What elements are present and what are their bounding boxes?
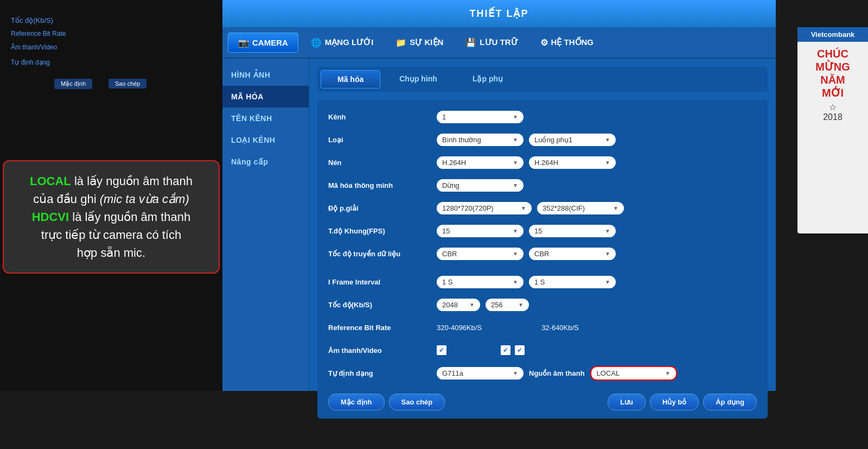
dropdown-loai-col2[interactable]: Luồng phụ1 ▼ [529,134,616,146]
dropdown-toc-do-khung-col2[interactable]: 15 ▼ [529,225,616,237]
dropdown-i-frame-col2[interactable]: 1 S ▼ [529,276,616,288]
row-toc-do-truyen: Tốc độ truyền dữ liệu CBR ▼ CBR ▼ [328,245,757,262]
controls-toc-do-truyen: CBR ▼ CBR ▼ [437,248,757,260]
bg-text-4: Tự định dạng [11,59,50,66]
controls-am-thanh-video: ✔ ✔ ✔ [437,345,757,355]
dropdown-toc-do-khung-col1[interactable]: 15 ▼ [437,225,524,237]
tab-mang-luoi-label: MẠNG LƯỚI [325,37,374,47]
dropdown-toc-do-truyen-col1[interactable]: CBR ▼ [437,248,524,260]
controls-tu-dinh-dang: G711a ▼ Nguồn âm thanh LOCAL ▼ [437,366,757,381]
dropdown-do-phan-giai-col1[interactable]: 1280*720(720P) ▼ [437,202,532,214]
dropdown-toc-do-kbs-col2[interactable]: 256 ▼ [486,299,529,311]
chevron-down-icon: ▼ [513,114,518,120]
chevron-down-icon: ▼ [513,160,518,166]
label-toc-do-khung: T.độ Khung(FPS) [328,227,437,235]
form-container: Kênh 1 ▼ Loại Bình thường ▼ [317,100,768,419]
checkbox-am-thanh-col2a[interactable]: ✔ [501,345,510,355]
dropdown-nen-col2[interactable]: H.264H ▼ [529,156,616,169]
event-icon: 📁 [395,37,406,48]
annotation-box: LOCAL là lấy nguồn âm thanhcủa đầu ghi (… [3,160,220,274]
tab-su-kien[interactable]: 📁 SỰ KIỆN [386,33,453,52]
chevron-down-icon: ▼ [605,251,610,257]
checkbox-am-thanh-col2b[interactable]: ✔ [515,345,525,355]
label-ma-hoa-thong-minh: Mã hóa thông minh [328,181,437,189]
btn-mac-dinh[interactable]: Mặc định [328,394,385,410]
chevron-down-icon: ▼ [605,228,610,234]
label-ref-bit-rate: Reference Bit Rate [328,324,437,332]
row-toc-do-kbs: Tốc độ(Kb/S) 2048 ▼ 256 ▼ [328,296,757,313]
btn-group-left: Mặc định Sao chép [328,394,445,410]
dropdown-nguon-am-thanh[interactable]: LOCAL ▼ [590,366,677,381]
label-nen: Nén [328,159,437,167]
row-i-frame: I Frame Interval 1 S ▼ 1 S ▼ [328,273,757,290]
bg-btn-2: Sao chép [108,79,146,88]
controls-kenh: 1 ▼ [437,111,757,123]
deco-body: CHÚC MỪNG NĂM MỚI ☆ 2018 [797,42,868,128]
checkbox-am-thanh-col1[interactable]: ✔ [437,345,446,355]
dropdown-toc-do-truyen-col2[interactable]: CBR ▼ [529,248,616,260]
btn-group-right: Lưu Hủy bỏ Áp dụng [608,394,757,410]
tab-mang-luoi[interactable]: 🌐 MẠNG LƯỚI [301,33,384,52]
checkbox-group-col2: ✔ ✔ [501,345,525,355]
chevron-down-icon: ▼ [469,302,475,308]
tab-luu-tru-label: LƯU TRỮ [480,37,518,47]
row-do-phan-giai: Độ p.giải 1280*720(720P) ▼ 352*288(CIF) … [328,199,757,217]
btn-huy-bo[interactable]: Hủy bỏ [650,394,699,410]
dropdown-toc-do-kbs-col1[interactable]: 2048 ▼ [437,299,480,311]
row-tu-dinh-dang: Tự định dạng G711a ▼ Nguồn âm thanh LOCA… [328,364,757,382]
tab-camera-label: CAMERA [252,38,288,47]
row-am-thanh-video: Âm thanh/Video ✔ ✔ ✔ [328,342,757,359]
left-sidebar: HÌNH ẢNH MÃ HÓA TÊN KÊNH LOẠI KÊNH Nâng … [222,59,309,391]
deco-year: ☆ 2018 [803,102,863,122]
subtab-lap-phu[interactable]: Lặp phụ [456,70,519,88]
label-toc-do-truyen: Tốc độ truyền dữ liệu [328,250,437,258]
btn-ap-dung[interactable]: Áp dụng [703,394,757,410]
tab-luu-tru[interactable]: 💾 LƯU TRỮ [456,33,527,52]
dropdown-nen-col1[interactable]: H.264H ▼ [437,156,524,169]
label-nguon-am-thanh: Nguồn âm thanh [529,369,585,377]
label-do-phan-giai: Độ p.giải [328,204,437,212]
annotation-local-label: LOCAL [30,174,71,188]
sidebar-loai-kenh[interactable]: LOẠI KÊNH [222,129,309,151]
controls-do-phan-giai: 1280*720(720P) ▼ 352*288(CIF) ▼ [437,202,757,214]
sidebar-ten-kenh[interactable]: TÊN KÊNH [222,107,309,129]
tab-navigation: 📷 CAMERA 🌐 MẠNG LƯỚI 📁 SỰ KIỆN 💾 LƯU TRỮ… [222,27,776,59]
dropdown-ma-hoa-thong-minh[interactable]: Dừng ▼ [437,179,524,192]
deco-line1: CHÚC MỪNG NĂM MỚI [803,47,863,99]
sidebar-nang-cap[interactable]: Nâng cấp [222,151,309,173]
ref-bit-rate-col2: 32-640Kb/S [541,324,579,332]
controls-toc-do-kbs: 2048 ▼ 256 ▼ [437,299,757,311]
controls-toc-do-khung: 15 ▼ 15 ▼ [437,225,757,237]
tab-su-kien-label: SỰ KIỆN [410,37,443,47]
dropdown-i-frame-col1[interactable]: 1 S ▼ [437,276,524,288]
subtab-ma-hoa[interactable]: Mã hóa [321,70,380,88]
row-nen: Nén H.264H ▼ H.264H ▼ [328,154,757,171]
controls-loai: Bình thường ▼ Luồng phụ1 ▼ [437,134,757,146]
dropdown-tu-dinh-dang-col1[interactable]: G711a ▼ [437,367,524,380]
chevron-down-icon: ▼ [513,182,518,188]
controls-ref-bit-rate: 320-4096Kb/S 32-640Kb/S [437,324,757,332]
sidebar-ma-hoa[interactable]: MÃ HÓA [222,86,309,107]
row-kenh: Kênh 1 ▼ [328,108,757,125]
btn-sao-chep[interactable]: Sao chép [389,394,445,410]
label-toc-do-kbs: Tốc độ(Kb/S) [328,301,437,309]
nguon-am-thanh-group: Nguồn âm thanh LOCAL ▼ [529,366,677,381]
chevron-down-icon: ▼ [513,228,518,234]
dropdown-loai-col1[interactable]: Bình thường ▼ [437,134,524,146]
tab-he-thong[interactable]: ⚙ HỆ THỐNG [531,33,604,52]
right-content: Mã hóa Chụp hình Lặp phụ Kênh 1 ▼ [309,59,776,391]
chevron-down-icon: ▼ [513,279,518,285]
chevron-down-icon: ▼ [665,370,671,376]
dropdown-do-phan-giai-col2[interactable]: 352*288(CIF) ▼ [537,202,624,214]
chevron-down-icon: ▼ [613,205,618,211]
tab-camera[interactable]: 📷 CAMERA [228,33,298,53]
row-ref-bit-rate: Reference Bit Rate 320-4096Kb/S 32-640Kb… [328,319,757,336]
chevron-down-icon: ▼ [513,251,518,257]
btn-luu[interactable]: Lưu [608,394,646,410]
label-i-frame: I Frame Interval [328,278,437,286]
sidebar-hinh-anh[interactable]: HÌNH ẢNH [222,64,309,86]
dropdown-kenh[interactable]: 1 ▼ [437,111,524,123]
ref-bit-rate-col1: 320-4096Kb/S [437,324,482,332]
bg-text-1: Tốc độ(Kb/S) [11,16,53,24]
subtab-chup-hinh[interactable]: Chụp hình [383,70,454,88]
